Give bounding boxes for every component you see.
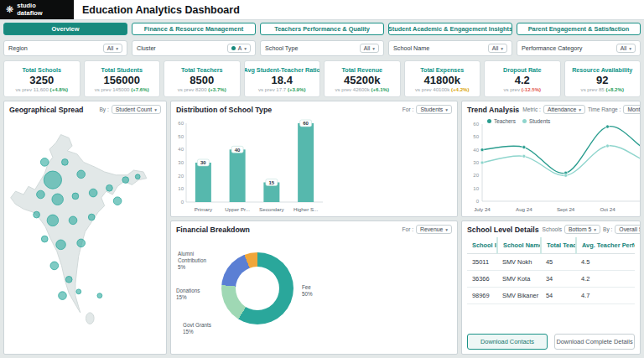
filter-school-name: School Name All ▾ [388,40,512,56]
bar[interactable] [298,123,314,202]
trend-metric-select[interactable]: Attendance ▾ [543,105,585,114]
map-bubble[interactable] [62,159,69,166]
map-bubble[interactable] [44,171,61,189]
filter-region-label: Region [8,44,28,52]
trend-metric-value: Attendance [548,106,576,112]
region-select[interactable]: All ▾ [103,44,122,53]
kpi-delta: (+3.7%) [208,86,226,92]
kpi-prev: vs prev 40100k (+4.2%) [415,86,470,92]
map-bubble[interactable] [113,197,122,205]
data-point[interactable] [522,154,526,158]
donut-label-donations: Donations 15% [176,288,200,301]
cell-avg-score: 4.7 [576,288,635,304]
table-row[interactable]: 36366 SMV Kota 34 4.2 [467,271,635,288]
map-bubble[interactable] [52,194,64,205]
filter-performance-category-label: Performance Category [522,44,582,52]
map-bubble[interactable] [72,193,79,200]
table-row[interactable]: 35011 SMV Nokh 45 4.5 [467,254,635,271]
bar-value-label: 15 [269,180,275,185]
table-row[interactable]: 98969 SMV Bikaner 54 4.7 [467,288,635,304]
kpi-value: 156000 [104,75,140,86]
kpi-total-expenses: Total Expenses 41800k vs prev 40100k (+4… [404,60,481,97]
map-bubble[interactable] [41,236,48,242]
filter-cluster-label: Cluster [137,44,156,52]
distribution-for-select[interactable]: Students ▾ [416,105,452,114]
school-sort-select[interactable]: Overall School Performance ▾ [615,225,641,234]
data-point[interactable] [606,125,610,128]
tab-student-academic[interactable]: Student Academic & Engagement Insights [388,23,512,35]
chevron-down-icon: ▾ [244,46,247,51]
legend-item-students[interactable]: Students [522,118,550,124]
donut[interactable] [221,252,293,324]
map-bubble[interactable] [122,177,129,184]
tab-teachers-performance[interactable]: Teachers Performance & Quality [260,23,384,35]
map-bubble[interactable] [76,289,81,294]
bar-value-label: 30 [200,160,206,165]
kpi-delta: (+4.2%) [451,86,470,92]
col-total-teachers[interactable]: Total Teachers [541,237,576,254]
map-bubble[interactable] [47,215,59,226]
map-bubble[interactable] [59,292,67,300]
bar[interactable] [195,163,211,202]
school-name-value: All [492,45,499,51]
map-bubble[interactable] [40,158,49,167]
col-school-name[interactable]: School Name [497,237,541,254]
map-bubble[interactable] [89,189,97,197]
kpi-value: 18.4 [272,75,293,86]
map-bubble[interactable] [97,293,102,298]
geo-by-select[interactable]: Student Count ▾ [112,105,161,114]
financial-for-select[interactable]: Revenue ▾ [416,225,452,234]
tab-overview[interactable]: Overview [3,23,127,35]
revenue-donut-chart: Alumni Contribution 5% Donations 15% Gov… [171,236,457,345]
map-bubble[interactable] [37,190,45,199]
data-point[interactable] [522,146,526,149]
kpi-value: 41800k [424,75,460,86]
col-avg-teacher-performance[interactable]: Avg. Teacher Performance Score [576,237,635,254]
legend-item-teachers[interactable]: Teachers [487,118,516,124]
map-bubble[interactable] [77,170,86,179]
map-bubble[interactable] [50,262,59,270]
by-label: By : [603,226,612,232]
chevron-down-icon: ▾ [116,46,118,51]
data-point[interactable] [606,144,610,148]
download-complete-details-button[interactable]: Download Complete Details [554,334,635,350]
tab-bar: Overview Finance & Resource Management T… [0,20,644,38]
download-contacts-button[interactable]: Download Contacts [467,334,548,350]
filter-region: Region All ▾ [3,40,127,56]
tab-finance-resource[interactable]: Finance & Resource Management [132,23,256,35]
kpi-title: Total Expenses [420,66,464,74]
school-type-select[interactable]: All ▾ [360,44,379,53]
map-bubble[interactable] [106,184,113,191]
cluster-select[interactable]: A ▾ [227,44,251,53]
financial-for-value: Revenue [420,226,443,232]
map-bubble[interactable] [56,240,66,250]
map-bubble[interactable] [88,214,95,221]
y-tick-label: 10 [178,186,184,191]
trend-timerange-select[interactable]: Monthly ▾ [623,105,641,114]
performance-category-select[interactable]: All ▾ [616,44,636,53]
data-point[interactable] [480,161,484,164]
kpi-title: Dropout Rate [503,66,542,74]
col-school-id[interactable]: School ID [467,237,497,254]
kpi-prev: vs prev 85 (+8.2%) [581,86,624,92]
geo-by-value: Student Count [116,106,152,112]
map-bubble[interactable] [77,239,86,247]
schools-count-select[interactable]: Bottom 5 ▾ [564,225,600,234]
school-name-select[interactable]: All ▾ [488,44,507,53]
tab-parent-engagement[interactable]: Parent Engagement & Satisfaction [517,23,641,35]
cell-school-id: 35011 [467,254,497,271]
kpi-resource-availability: Resource Availability 92 vs prev 85 (+8.… [564,60,641,97]
cell-school-id: 98969 [467,288,497,304]
map-bubble[interactable] [135,174,140,179]
x-tick-label: July 24 [474,206,491,212]
map-bubble[interactable] [65,276,72,283]
bar[interactable] [230,149,246,202]
map-bubble[interactable] [34,211,40,218]
data-point[interactable] [480,148,484,152]
region-value: All [107,45,114,51]
filter-performance-category: Performance Category All ▾ [517,40,641,56]
chevron-down-icon: ▾ [501,46,503,51]
kpi-value: 3250 [29,75,54,86]
data-point[interactable] [564,174,568,177]
map-bubble[interactable] [69,216,77,225]
